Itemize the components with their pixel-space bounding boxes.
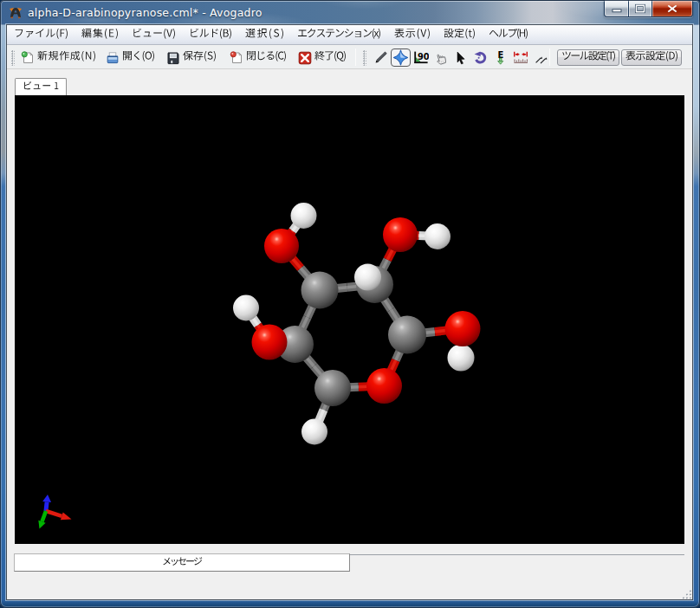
atoms-layer	[233, 203, 481, 445]
atom-o-o4[interactable]	[445, 311, 481, 346]
maximize-icon	[635, 3, 646, 13]
display-settings-button[interactable]	[621, 49, 682, 66]
atom-h-h5[interactable]	[448, 345, 475, 372]
menu-9[interactable]	[482, 25, 535, 45]
pencil-icon	[373, 50, 388, 65]
hand-icon	[433, 50, 449, 66]
atom-c-c1[interactable]	[301, 272, 339, 309]
close-document-icon	[230, 51, 243, 65]
avogadro-app-icon	[9, 6, 23, 20]
atom-o-o3[interactable]	[383, 217, 418, 252]
toolbar-button-quit[interactable]	[295, 48, 350, 68]
rotate-icon	[473, 50, 488, 65]
maximize-button[interactable]	[629, 0, 652, 17]
toolbar-button-save-floppy[interactable]	[163, 48, 220, 68]
view-tab-label	[23, 81, 59, 94]
menu-8[interactable]	[437, 25, 482, 45]
title-bar[interactable]: alpha-D-arabinopyranose.cml* - Avogadro	[1, 1, 699, 24]
close-button[interactable]	[652, 0, 693, 17]
frame-right-glass	[693, 25, 699, 172]
align-tool-button[interactable]	[530, 49, 550, 67]
axes-indicator	[38, 495, 71, 529]
z-axis-arrow	[42, 495, 51, 511]
molecule-render	[15, 95, 684, 544]
atom-h-h4[interactable]	[233, 295, 259, 321]
menu-7[interactable]	[387, 25, 437, 45]
align-icon	[534, 51, 548, 65]
atom-o-or[interactable]	[366, 368, 402, 404]
menu-bar	[7, 25, 692, 45]
minimize-icon	[611, 7, 622, 13]
toolbar-button-close-document[interactable]	[226, 48, 290, 68]
selection-tool-button[interactable]	[450, 49, 470, 67]
client-area: 90E	[6, 24, 693, 600]
atom-h-h6[interactable]	[301, 419, 327, 445]
new-document-icon	[21, 51, 35, 65]
menu-6[interactable]	[290, 25, 387, 45]
window-frame: alpha-D-arabinopyranose.cml* - Avogadro	[0, 0, 700, 608]
angle-90-icon: 90	[413, 50, 429, 65]
tab-view-1[interactable]	[15, 78, 67, 95]
navigate-star-icon	[392, 49, 409, 66]
toolbar-drag-handle-2[interactable]	[363, 50, 366, 66]
atom-c-c5[interactable]	[314, 370, 351, 406]
measure-icon	[513, 50, 528, 65]
toolbar-drag-handle[interactable]	[11, 50, 15, 66]
atom-o-o2[interactable]	[264, 229, 299, 263]
svg-text:90: 90	[417, 52, 428, 61]
quit-icon	[298, 51, 312, 65]
toolbar-button-open-folder[interactable]	[102, 48, 159, 68]
optimize-e-icon: E	[495, 50, 507, 65]
tool-settings-button[interactable]	[557, 49, 619, 66]
menu-2[interactable]	[75, 25, 125, 45]
x-axis-arrow	[45, 509, 71, 520]
main-toolbar: 90E	[7, 46, 692, 69]
bond-centric-tool-button[interactable]: 90	[411, 49, 431, 67]
toolbar-button-new-document[interactable]	[17, 48, 100, 68]
measure-tool-button[interactable]	[510, 49, 530, 67]
dock-tabbar-line	[349, 554, 684, 555]
atom-h-h1[interactable]	[291, 203, 317, 229]
message-tab-label	[162, 557, 203, 569]
gl-viewport[interactable]	[15, 95, 684, 544]
atom-c-c4[interactable]	[388, 316, 426, 354]
screen: { "window": { "title": "alpha-D-arabinop…	[0, 0, 700, 608]
toolbar-separator	[355, 49, 356, 66]
y-axis-arrow	[38, 510, 48, 528]
resize-grip[interactable]	[682, 589, 692, 599]
tab-messages[interactable]	[14, 553, 350, 572]
menu-1[interactable]	[7, 25, 75, 45]
open-folder-icon	[106, 51, 120, 65]
menu-3[interactable]	[125, 25, 182, 45]
atom-o-o1[interactable]	[252, 325, 288, 360]
select-arrow-icon	[454, 51, 468, 65]
minimize-button[interactable]	[604, 0, 629, 17]
auto-rotate-tool-button[interactable]	[470, 49, 490, 67]
atom-h-h3[interactable]	[354, 264, 381, 291]
caption-buttons	[604, 0, 693, 17]
auto-optimize-tool-button[interactable]: E	[490, 49, 510, 67]
save-floppy-icon	[166, 51, 180, 65]
atom-h-h2[interactable]	[425, 223, 450, 249]
window-title: alpha-D-arabinopyranose.cml* - Avogadro	[28, 6, 262, 20]
draw-tool-button[interactable]	[371, 49, 391, 67]
close-icon	[667, 4, 677, 13]
manipulate-tool-button[interactable]	[431, 49, 450, 67]
navigate-tool-button[interactable]	[391, 49, 411, 67]
menu-4[interactable]	[182, 25, 238, 45]
menu-5[interactable]	[238, 25, 290, 45]
